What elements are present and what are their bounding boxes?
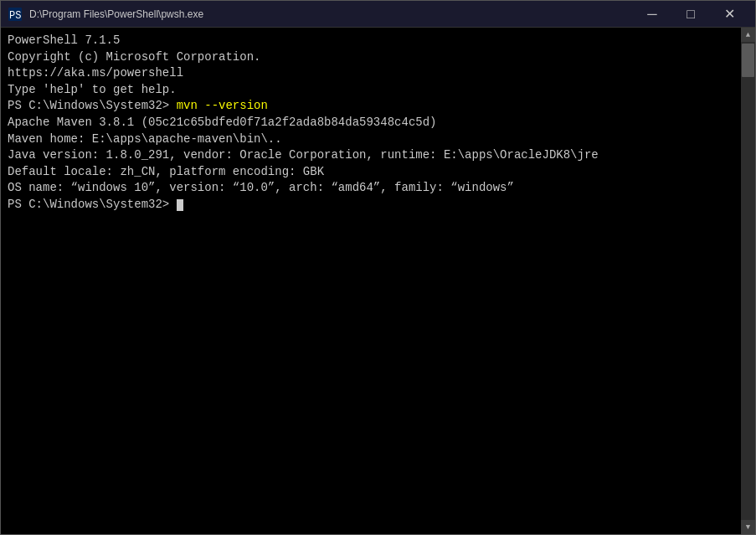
terminal-line: Default locale: zh_CN, platform encoding… [8,164,734,181]
main-area: PowerShell 7.1.5Copyright (c) Microsoft … [1,28,755,534]
scroll-track[interactable] [741,42,755,520]
terminal-line: PS C:\Windows\System32> [8,197,734,213]
titlebar: PS D:\Program Files\PowerShell\pwsh.exe … [1,1,755,28]
close-button[interactable]: ✕ [710,1,748,28]
minimize-button[interactable]: ─ [633,1,671,28]
powershell-window: PS D:\Program Files\PowerShell\pwsh.exe … [0,0,756,535]
maximize-button[interactable]: □ [671,1,710,28]
terminal-line: PowerShell 7.1.5 [8,33,734,49]
terminal-line: Type 'help' to get help. [8,82,734,99]
scroll-up-arrow[interactable]: ▲ [741,28,755,42]
terminal-line: Java version: 1.8.0_291, vendor: Oracle … [8,147,734,164]
terminal-line: https://aka.ms/powershell [8,65,734,82]
terminal-line: OS name: “windows 10”, version: “10.0”, … [8,180,734,197]
svg-text:PS: PS [9,10,21,22]
terminal-line: Copyright (c) Microsoft Corporation. [8,49,734,66]
terminal-line: PS C:\Windows\System32> mvn --version [8,98,734,115]
terminal-output[interactable]: PowerShell 7.1.5Copyright (c) Microsoft … [1,28,741,534]
terminal-line: Maven home: E:\apps\apache-maven\bin\.. [8,131,734,148]
scroll-down-arrow[interactable]: ▼ [741,520,755,534]
window-controls: ─ □ ✕ [633,1,748,28]
scrollbar: ▲ ▼ [741,28,755,534]
terminal-line: Apache Maven 3.8.1 (05c21c65bdfed0f71a2f… [8,115,734,131]
scroll-thumb[interactable] [742,44,754,77]
window-title: D:\Program Files\PowerShell\pwsh.exe [29,8,633,20]
app-icon: PS [8,7,23,22]
